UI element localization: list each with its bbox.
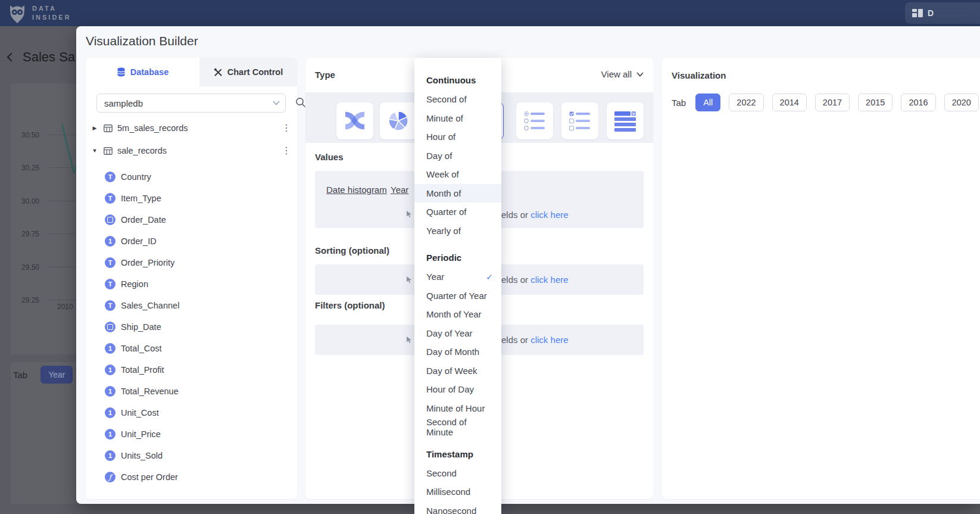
chart-type-tile[interactable]	[607, 102, 644, 139]
dropdown-option[interactable]: Second of	[414, 90, 501, 109]
chart-type-tile[interactable]	[561, 102, 598, 139]
dropdown-option[interactable]: Minute of Hour	[414, 399, 501, 418]
field-row[interactable]: 1 Unit_Price	[86, 423, 297, 445]
dropdown-option-label: Hour of	[426, 132, 455, 142]
field-type-icon: 1	[105, 407, 116, 418]
kebab-menu-icon[interactable]: ⋮	[282, 123, 291, 133]
back-chevron-icon	[6, 52, 13, 62]
date-granularity-dropdown: Continuous Second of Minute of Hour of D…	[414, 58, 501, 514]
dropdown-option[interactable]: Hour of Day	[414, 380, 501, 399]
dropdown-option[interactable]: Month of Year	[414, 305, 501, 324]
field-row[interactable]: T Country	[86, 166, 297, 188]
field-name: Unit_Price	[121, 429, 161, 439]
year-chip[interactable]: All	[695, 94, 720, 111]
chart-type-tile[interactable]	[380, 102, 417, 139]
dropdown-option[interactable]: Minute of	[414, 109, 501, 128]
field-row[interactable]: T Order_Priority	[86, 252, 297, 273]
dropdown-option[interactable]: Month of	[414, 184, 501, 203]
tab-database[interactable]: Database	[86, 58, 199, 86]
y-tick-row: 30.00	[14, 197, 76, 230]
dropdown-option[interactable]: Day of Year	[414, 324, 501, 343]
click-here-link[interactable]: click here	[530, 210, 568, 220]
gridline	[48, 300, 77, 300]
dashboard-icon	[912, 9, 923, 17]
field-type-icon: 1	[105, 450, 116, 461]
dropdown-option[interactable]: Nanosecond	[414, 501, 501, 514]
field-row[interactable]: T Region	[86, 273, 297, 295]
hint-text: elds or	[501, 335, 530, 345]
dropdown-option[interactable]: Week of	[414, 165, 501, 184]
y-tick-label: 29.50	[14, 263, 39, 272]
dropdown-option[interactable]: Day of Month	[414, 342, 501, 362]
page-title: Sales Sa	[23, 49, 75, 65]
dropdown-option-label: Timestamp	[426, 449, 473, 459]
field-row[interactable]: 1 Total_Revenue	[86, 381, 297, 402]
caret-right-icon[interactable]: ▶	[86, 125, 104, 131]
dropdown-option[interactable]: Millisecond	[414, 482, 501, 501]
drop-hint: elds or click here	[501, 210, 569, 220]
field-type-icon: T	[105, 257, 116, 268]
dropdown-option[interactable]: Continuous	[414, 63, 501, 90]
dropdown-option[interactable]: Second of Minute	[414, 418, 501, 437]
year-chip[interactable]: 2017	[815, 94, 850, 111]
field-type-icon: T	[105, 300, 116, 311]
database-search-input[interactable]	[96, 94, 286, 113]
visualization-panel: Visualization Tab All 2022 2014 2017 201…	[662, 58, 980, 499]
field-type-icon: 1	[105, 365, 116, 375]
year-chip[interactable]: 2015	[858, 94, 892, 111]
kebab-menu-icon[interactable]: ⋮	[282, 146, 291, 155]
year-chip[interactable]: 2022	[729, 94, 763, 111]
dropdown-option-label: Day of Year	[426, 328, 473, 338]
dashboard-button[interactable]: D	[905, 2, 980, 24]
dropdown-option[interactable]: Yearly of	[414, 222, 501, 241]
dropdown-option[interactable]: Timestamp	[414, 437, 501, 464]
brand-line-2: INSIDER	[32, 13, 71, 22]
field-row[interactable]: 1 Total_Cost	[86, 338, 297, 359]
field-row[interactable]: 1 Total_Profit	[86, 359, 297, 381]
view-all-dropdown[interactable]: View all	[601, 69, 644, 79]
click-here-link[interactable]: click here	[530, 275, 568, 285]
chevron-down-icon	[636, 72, 644, 77]
field-type-icon: ƒ	[105, 472, 116, 482]
chart-type-tile[interactable]	[336, 102, 373, 139]
year-chip[interactable]: 2020	[944, 94, 979, 111]
dropdown-option[interactable]: Periodic	[414, 240, 501, 267]
year-chip[interactable]: 2016	[901, 94, 935, 111]
field-row[interactable]: Ship_Date	[86, 316, 297, 338]
y-tick-label: 29.25	[14, 296, 39, 304]
dropdown-option[interactable]: Quarter of	[414, 203, 501, 222]
field-type-icon: 1	[105, 236, 116, 247]
hint-text: elds or	[501, 210, 530, 220]
field-row[interactable]: 1 Order_ID	[86, 230, 297, 252]
dropdown-option[interactable]: Second	[414, 464, 501, 483]
tab-chart-control[interactable]: Chart Control	[199, 58, 297, 86]
field-type-icon: 1	[105, 429, 116, 440]
year-chip[interactable]: 2014	[772, 94, 807, 111]
values-section-label: Values	[315, 152, 344, 162]
dropdown-option[interactable]: Year ✓	[414, 267, 501, 286]
dropdown-option[interactable]: Quarter of Year	[414, 286, 501, 306]
dropdown-option[interactable]: Day of Week	[414, 362, 501, 381]
dropdown-option[interactable]: Day of	[414, 147, 501, 166]
type-section-label: Type	[315, 70, 335, 80]
click-here-link[interactable]: click here	[530, 335, 568, 345]
gridline	[48, 233, 77, 234]
dropdown-option[interactable]: Hour of	[414, 127, 501, 147]
field-row[interactable]: 1 Units_Sold	[86, 445, 297, 466]
field-row[interactable]: 1 Unit_Cost	[86, 402, 297, 423]
search-icon[interactable]	[295, 97, 306, 108]
field-row[interactable]: Order_Date	[86, 209, 297, 230]
field-row[interactable]: T Sales_Channel	[86, 295, 297, 316]
table-row-sale-records[interactable]: ▼ sale_records ⋮	[86, 140, 297, 161]
field-row[interactable]: T Item_Type	[86, 188, 297, 209]
granularity-link[interactable]: Year	[391, 185, 408, 195]
table-row-5m-sales-records[interactable]: ▶ 5m_sales_records ⋮	[86, 117, 297, 139]
chevron-down-icon[interactable]	[273, 101, 280, 105]
caret-down-icon[interactable]: ▼	[86, 148, 104, 154]
backdrop-tab-label: Tab	[13, 370, 27, 380]
chart-type-tile[interactable]	[516, 102, 553, 139]
brand-wordmark: DATA INSIDER	[32, 4, 71, 22]
dashboard-button-label: D	[928, 8, 934, 18]
field-row[interactable]: ƒ Cost per Order	[86, 466, 297, 488]
date-histogram-link[interactable]: Date histogram	[326, 185, 387, 195]
